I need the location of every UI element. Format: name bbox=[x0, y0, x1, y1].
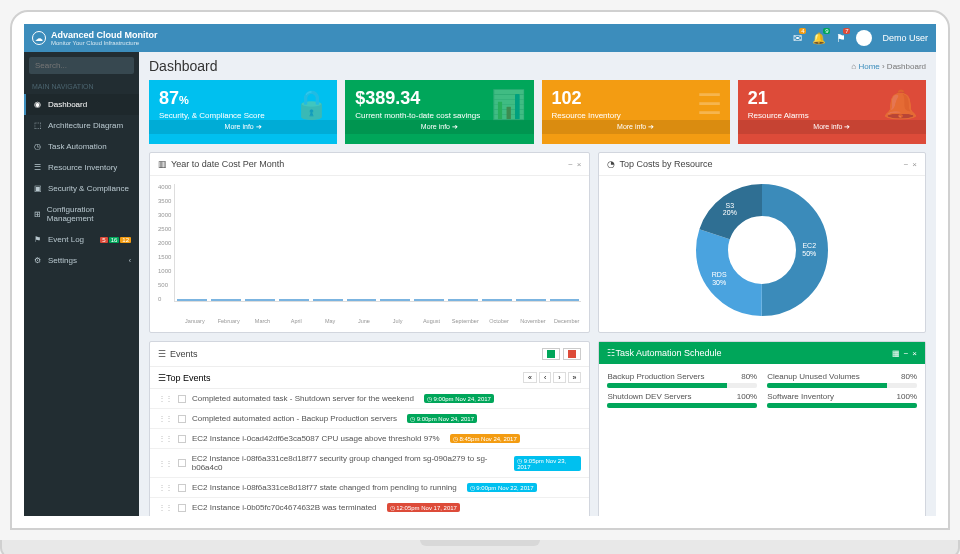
sidebar-item-event-log[interactable]: ⚑Event Log51612 bbox=[24, 229, 139, 250]
pager-next[interactable]: › bbox=[553, 372, 565, 383]
app-tagline: Monitor Your Cloud Infrastructure bbox=[51, 40, 158, 46]
task-item: Backup Production Servers80% bbox=[607, 372, 757, 388]
cloud-icon: ☁ bbox=[32, 31, 46, 45]
task-item: Cleanup Unused Volumes80% bbox=[767, 372, 917, 388]
page-title: Dashboard bbox=[149, 58, 218, 74]
event-row[interactable]: ⋮⋮EC2 Instance i-08f6a331ce8d18f77 state… bbox=[150, 478, 589, 498]
filter-green-button[interactable] bbox=[542, 348, 560, 360]
panel-events: ☰ Events ☰ Top Events « ‹ › » ⋮⋮Complete… bbox=[149, 341, 590, 516]
task-item: Shutdown DEV Servers100% bbox=[607, 392, 757, 408]
clock-icon: ◷ bbox=[34, 142, 43, 151]
crumb-home[interactable]: Home bbox=[858, 62, 879, 71]
panel-cost-chart: ▥ Year to date Cost Per Month −× 4000350… bbox=[149, 152, 590, 333]
close-icon[interactable]: × bbox=[577, 160, 582, 169]
minimize-icon[interactable]: − bbox=[904, 160, 909, 169]
chart-title: Year to date Cost Per Month bbox=[171, 159, 284, 169]
list-icon: ☰ bbox=[158, 349, 166, 359]
bell-icon: 🔔 bbox=[883, 88, 918, 121]
kpi-security[interactable]: 87% Security, & Compliance Score 🔒 More … bbox=[149, 80, 337, 144]
home-icon: ⌂ bbox=[851, 62, 856, 71]
nav-header: MAIN NAVIGATION bbox=[24, 79, 139, 94]
drag-icon[interactable]: ⋮⋮ bbox=[158, 414, 172, 423]
app-name: Advanced Cloud Monitor bbox=[51, 31, 158, 40]
time-tag: ◷ 9:00pm Nov 24, 2017 bbox=[407, 414, 477, 423]
minimize-icon[interactable]: − bbox=[568, 160, 573, 169]
kpi-inventory[interactable]: 102 Resource Inventory ☰ More info ➔ bbox=[542, 80, 730, 144]
avatar[interactable] bbox=[856, 30, 872, 46]
gear-icon: ⚙ bbox=[34, 256, 43, 265]
drag-icon[interactable]: ⋮⋮ bbox=[158, 434, 172, 443]
calendar-icon: ☷ bbox=[607, 348, 615, 358]
task-item: Software Inventory100% bbox=[767, 392, 917, 408]
filter-red-button[interactable] bbox=[563, 348, 581, 360]
sidebar-item-security[interactable]: ▣Security & Compliance bbox=[24, 178, 139, 199]
pager-first[interactable]: « bbox=[523, 372, 537, 383]
notif-mail-icon[interactable]: ✉4 bbox=[793, 32, 802, 45]
main-content: Dashboard ⌂ Home › Dashboard 87% Securit… bbox=[139, 52, 936, 516]
notif-bell-icon[interactable]: 🔔9 bbox=[812, 32, 826, 45]
notif-flag-icon[interactable]: ⚑7 bbox=[836, 32, 846, 45]
topbar: ☁ Advanced Cloud Monitor Monitor Your Cl… bbox=[24, 24, 936, 52]
crumb-current: Dashboard bbox=[887, 62, 926, 71]
event-row[interactable]: ⋮⋮EC2 Instance i-0b05fc70c4674632B was t… bbox=[150, 498, 589, 516]
pager: « ‹ › » bbox=[523, 372, 582, 383]
time-tag: ◷ 9:00pm Nov 24, 2017 bbox=[424, 394, 494, 403]
bar-chart-icon: ▥ bbox=[158, 159, 167, 169]
sidebar-item-architecture[interactable]: ⬚Architecture Diagram bbox=[24, 115, 139, 136]
event-row[interactable]: ⋮⋮Completed automated action - Backup Pr… bbox=[150, 409, 589, 429]
logo[interactable]: ☁ Advanced Cloud Monitor Monitor Your Cl… bbox=[32, 31, 158, 46]
list-icon: ☰ bbox=[697, 88, 722, 121]
flag-icon: ⚑ bbox=[34, 235, 43, 244]
checkbox[interactable] bbox=[178, 415, 186, 423]
checkbox[interactable] bbox=[178, 484, 186, 492]
close-icon[interactable]: × bbox=[912, 160, 917, 169]
sidebar-item-task-automation[interactable]: ◷Task Automation bbox=[24, 136, 139, 157]
checkbox[interactable] bbox=[178, 459, 186, 467]
donut-title: Top Costs by Resource bbox=[619, 159, 712, 169]
drag-icon[interactable]: ⋮⋮ bbox=[158, 394, 172, 403]
list-icon: ☰ bbox=[158, 373, 166, 383]
time-tag: ◷ 9:05pm Nov 23, 2017 bbox=[514, 456, 581, 471]
checkbox[interactable] bbox=[178, 504, 186, 512]
event-row[interactable]: ⋮⋮EC2 Instance i-0cad42df6e3ca5087 CPU u… bbox=[150, 429, 589, 449]
chevron-left-icon: ‹ bbox=[129, 257, 131, 264]
kpi-savings[interactable]: $389.34 Current month-to-date cost savin… bbox=[345, 80, 533, 144]
sidebar-item-config[interactable]: ⊞Configuration Management bbox=[24, 199, 139, 229]
diagram-icon: ⬚ bbox=[34, 121, 43, 130]
user-name[interactable]: Demo User bbox=[882, 33, 928, 43]
checkbox[interactable] bbox=[178, 395, 186, 403]
close-icon[interactable]: × bbox=[912, 349, 917, 358]
drag-icon[interactable]: ⋮⋮ bbox=[158, 483, 172, 492]
time-tag: ◷ 9:00pm Nov 22, 2017 bbox=[467, 483, 537, 492]
dashboard-icon: ◉ bbox=[34, 100, 43, 109]
drag-icon[interactable]: ⋮⋮ bbox=[158, 503, 172, 512]
panel-tasks: ☷ Task Automation Schedule ▦ − × Backup … bbox=[598, 341, 926, 516]
sidebar-item-dashboard[interactable]: ◉Dashboard bbox=[24, 94, 139, 115]
time-tag: ◷ 8:45pm Nov 24, 2017 bbox=[450, 434, 520, 443]
pie-chart-icon: ◔ bbox=[607, 159, 615, 169]
grid-icon[interactable]: ▦ bbox=[892, 349, 900, 358]
breadcrumb: ⌂ Home › Dashboard bbox=[851, 62, 926, 71]
kpi-alarms[interactable]: 21 Resource Alarms 🔔 More info ➔ bbox=[738, 80, 926, 144]
sidebar-item-resource-inventory[interactable]: ☰Resource Inventory bbox=[24, 157, 139, 178]
tree-icon: ⊞ bbox=[34, 210, 42, 219]
event-row[interactable]: ⋮⋮Completed automated task - Shutdown se… bbox=[150, 389, 589, 409]
chart-icon: 📊 bbox=[491, 88, 526, 121]
lock-icon: 🔒 bbox=[294, 88, 329, 121]
shield-icon: ▣ bbox=[34, 184, 43, 193]
panel-top-costs: ◔ Top Costs by Resource −× EC250%RDS30%S… bbox=[598, 152, 926, 333]
pager-prev[interactable]: ‹ bbox=[539, 372, 551, 383]
pager-last[interactable]: » bbox=[568, 372, 582, 383]
checkbox[interactable] bbox=[178, 435, 186, 443]
minimize-icon[interactable]: − bbox=[904, 349, 909, 358]
sidebar-item-settings[interactable]: ⚙Settings‹ bbox=[24, 250, 139, 271]
sidebar: MAIN NAVIGATION ◉Dashboard ⬚Architecture… bbox=[24, 52, 139, 516]
list-icon: ☰ bbox=[34, 163, 43, 172]
event-row[interactable]: ⋮⋮EC2 Instance i-08f6a331ce8d18f77 secur… bbox=[150, 449, 589, 478]
search-input[interactable] bbox=[29, 57, 134, 74]
drag-icon[interactable]: ⋮⋮ bbox=[158, 459, 172, 468]
time-tag: ◷ 12:05pm Nov 17, 2017 bbox=[387, 503, 460, 512]
